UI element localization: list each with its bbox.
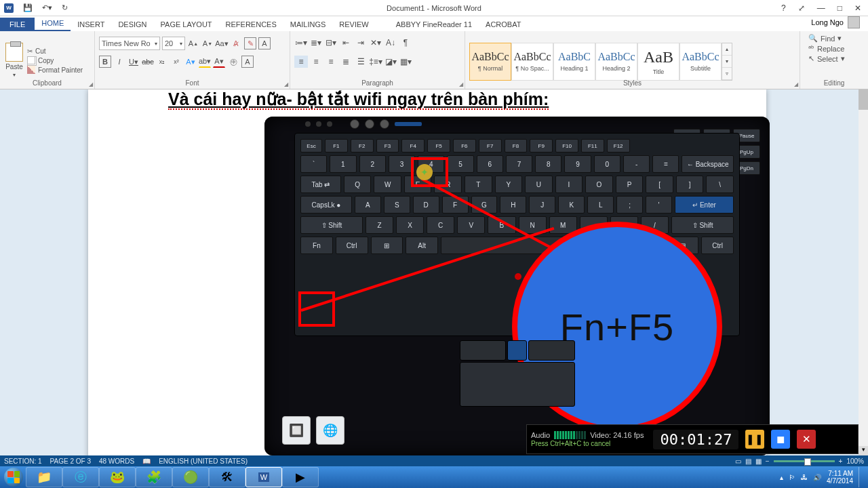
user-avatar-icon[interactable] [848,16,860,28]
view-read-mode-icon[interactable]: ▭ [735,458,741,465]
taskbar-explorer[interactable]: 📁 [26,467,62,487]
change-case-button[interactable]: Aa▾ [216,37,228,49]
format-painter-button[interactable]: Format Painter [27,65,83,75]
paste-button[interactable]: Paste ▾ [4,40,24,81]
view-web-layout-icon[interactable]: ▦ [755,458,762,465]
grow-font-button[interactable]: A▲ [187,37,199,49]
text-effects-button[interactable]: A▾ [184,56,197,68]
find-button[interactable]: 🔍Find ▾ [808,34,860,43]
align-right-button[interactable]: ≡ [324,56,338,68]
taskbar-chrome[interactable]: 🟢 [172,467,209,487]
multilevel-button[interactable]: ⊟▾ [324,37,338,49]
taskbar-ie[interactable]: ⓔ [62,467,99,487]
clear-formatting-button[interactable]: A̷ [230,37,242,49]
recorder-stop-button[interactable]: ◼ [771,430,790,449]
tab-references[interactable]: REFERENCES [219,18,283,31]
styles-dialog-launcher[interactable]: ◢ [794,81,798,87]
asian-layout-button[interactable]: ✕▾ [369,37,382,49]
show-marks-button[interactable]: ¶ [399,37,412,49]
line-spacing-button[interactable]: ‡≡▾ [369,56,382,68]
tray-clock[interactable]: 7:11 AM 4/7/2014 [827,470,853,485]
character-border-button[interactable]: A [258,37,271,49]
taskbar-media-player[interactable]: ▶ [282,467,319,487]
sort-button[interactable]: A↓ [384,37,397,49]
tray-volume-icon[interactable]: 🔊 [813,474,821,481]
zoom-level[interactable]: 100% [846,458,864,465]
shading-button[interactable]: ◪▾ [384,56,397,68]
tab-file[interactable]: FILE [0,18,35,31]
user-name[interactable]: Long Ngo [811,18,844,26]
cut-button[interactable]: ✂Cut [27,47,83,56]
justify-button[interactable]: ≣ [339,56,353,68]
status-page[interactable]: PAGE 2 OF 3 [50,458,91,465]
zoom-slider[interactable] [774,460,835,462]
style-title[interactable]: AaBTitle [637,43,679,81]
replace-button[interactable]: ᵃᵇReplace [808,44,860,53]
tab-mailings[interactable]: MAILINGS [283,18,333,31]
qat-save-icon[interactable]: 💾 [23,3,33,12]
show-desktop-button[interactable] [859,467,864,487]
superscript-button[interactable]: x² [170,56,182,68]
zoom-in-button[interactable]: + [839,458,843,465]
bullets-button[interactable]: ≔▾ [294,37,308,49]
maximize-icon[interactable]: □ [837,3,842,13]
bold-button[interactable]: B [99,56,111,68]
status-words[interactable]: 48 WORDS [99,458,134,465]
status-proofing-icon[interactable]: 📖 [142,458,151,465]
tab-abbyy[interactable]: ABBYY FineReader 11 [389,18,479,31]
distribute-button[interactable]: ☰ [354,56,368,68]
style-subtitle[interactable]: AaBbCcSubtitle [679,43,722,81]
qat-undo-icon[interactable]: ↶▾ [42,3,52,12]
strikethrough-button[interactable]: abc [142,56,154,68]
help-icon[interactable]: ? [781,3,786,13]
tab-page-layout[interactable]: PAGE LAYOUT [154,18,219,31]
view-print-layout-icon[interactable]: ▤ [745,458,751,465]
tab-review[interactable]: REVIEW [332,18,375,31]
start-button[interactable] [1,466,26,488]
clipboard-dialog-launcher[interactable]: ◢ [89,81,93,87]
style-heading-1[interactable]: AaBbCHeading 1 [553,43,595,81]
underline-button[interactable]: U▾ [127,56,140,68]
zoom-out-button[interactable]: − [766,458,770,465]
tray-flag-icon[interactable]: 🏳 [789,474,795,481]
page[interactable]: Và cái hay nữa- bật tắt wifi ngay trên b… [88,89,766,455]
font-color-button[interactable]: A▾ [213,56,225,68]
taskbar-app-1[interactable]: 🐸 [99,467,136,487]
tab-insert[interactable]: INSERT [71,18,111,31]
tab-acrobat[interactable]: ACROBAT [479,18,528,31]
tab-design[interactable]: DESIGN [111,18,153,31]
qat-redo-icon[interactable]: ↻ [62,3,68,12]
taskbar-word[interactable]: W [245,467,282,487]
align-left-button[interactable]: ≡ [294,56,308,68]
phonetic-button[interactable]: ✎ [244,37,256,49]
style-normal[interactable]: AaBbCc¶ Normal [469,43,511,81]
subscript-button[interactable]: x₂ [156,56,168,68]
style-heading-2[interactable]: AaBbCcHeading 2 [595,43,637,81]
recorder-cancel-button[interactable]: ✕ [797,430,816,449]
tab-view[interactable] [376,26,389,31]
tray-show-hidden-icon[interactable]: ▴ [780,474,783,481]
taskbar-app-2[interactable]: 🧩 [136,467,172,487]
paragraph-dialog-launcher[interactable]: ◢ [459,81,463,87]
close-icon[interactable]: ✕ [854,3,861,13]
decrease-indent-button[interactable]: ⇤ [339,37,353,49]
styles-scroll[interactable]: ▴▾▿ [722,43,732,81]
vertical-scrollbar[interactable]: ▾ [859,89,868,455]
font-dialog-launcher[interactable]: ◢ [284,81,288,87]
ribbon-display-icon[interactable]: ⤢ [798,3,805,13]
italic-button[interactable]: I [113,56,125,68]
status-language[interactable]: ENGLISH (UNITED STATES) [159,458,248,465]
copy-button[interactable]: Copy [27,56,83,65]
style-no-spacing[interactable]: AaBbCc¶ No Spac... [511,43,553,81]
borders-button[interactable]: ▦▾ [399,56,412,68]
align-center-button[interactable]: ≡ [309,56,323,68]
increase-indent-button[interactable]: ⇥ [354,37,368,49]
shrink-font-button[interactable]: A▼ [201,37,214,49]
enclose-char-button[interactable]: ㊥ [227,56,239,68]
font-name-input[interactable]: Times New Ro▾ [99,37,160,50]
char-shading-button[interactable]: A [241,56,254,68]
styles-gallery[interactable]: AaBbCc¶ Normal AaBbCc¶ No Spac... AaBbCH… [469,40,732,81]
font-size-input[interactable]: 20▾ [162,37,185,50]
select-button[interactable]: ↖Select ▾ [808,54,860,63]
tray-network-icon[interactable]: 🖧 [801,474,808,481]
